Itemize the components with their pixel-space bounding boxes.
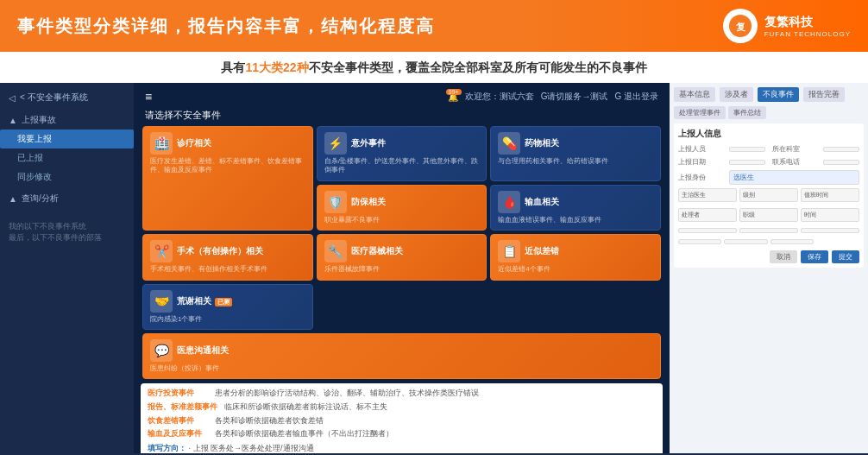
card-device-icon: 🔧 <box>324 240 347 262</box>
sidebar-item-report-new[interactable]: 我要上报 <box>0 130 134 149</box>
tab-event[interactable]: 不良事件 <box>758 87 799 102</box>
tab-basic[interactable]: 基本信息 <box>674 87 715 102</box>
mini-field-2[interactable]: 级别 <box>739 188 798 202</box>
bottom-section: 医疗投资事件 患者分析的影响诊疗活动结构、诊治、翻译、辅助治疗、技术操作类医疗错… <box>141 383 663 453</box>
bottom-label-1: 医疗投资事件 <box>148 388 208 399</box>
card-crisis-header: 🤝 荒谢相关已测 <box>150 290 305 313</box>
logo-area: 复 复繁科技 FUFAN TECHNOLOGY <box>723 9 851 43</box>
form-multi-row1: 主治医生 级别 值班时间 <box>678 188 859 202</box>
bell-badge: 99+ <box>446 89 462 95</box>
bottom-value-3: 各类和诊断依据确差者饮食差错 <box>215 415 324 427</box>
card-similar[interactable]: 📋 近似差错 近似差错4个事件 <box>490 234 661 280</box>
mini-field-11[interactable] <box>724 239 767 244</box>
sidebar-section-report: ▲上报事故 我要上报 已上报 同步修改 <box>0 111 134 186</box>
card-medicine-icon: 💊 <box>498 132 520 155</box>
card-crisis[interactable]: 🤝 荒谢相关已测 院内感染1个事件 <box>142 284 313 330</box>
card-device-header: 🔧 医疗器械相关 <box>324 240 480 262</box>
field-dept[interactable] <box>823 147 859 152</box>
card-blood[interactable]: 🩸 输血相关 输血血液错误事件、输血反应事件 <box>490 185 661 231</box>
label-dept: 所在科室 <box>772 144 820 154</box>
field-reporter[interactable] <box>729 147 765 152</box>
mini-field-7[interactable] <box>678 228 737 233</box>
field-phone[interactable] <box>823 160 859 165</box>
card-medicine[interactable]: 💊 药物相关 与合理用药相关事件、给药错误事件 <box>490 126 661 181</box>
sidebar-back[interactable]: ◁ < 不安全事件系统 <box>0 87 134 108</box>
bottom-item-2: 报告、标准差额事件 临床和所诊断依据确差者前标注说话、标不主失 <box>148 401 656 413</box>
card-diagnosis[interactable]: 🏥 诊疗相关 医疗发生差错、差错、标不差错事件、饮食差错事件、输血及反应事件 <box>142 126 313 231</box>
section2-label: 查询/分析 <box>22 193 59 205</box>
card-device-title: 医疗器械相关 <box>351 245 403 257</box>
card-accident-title: 意外事件 <box>351 137 386 149</box>
btn-cancel[interactable]: 取消 <box>770 250 797 263</box>
menu-icon[interactable]: ≡ <box>145 90 152 104</box>
form-row-multi4 <box>678 239 859 247</box>
form-multi-row2: 处理者 职级 时间 <box>678 208 859 222</box>
card-communication-desc: 医患纠纷（投诉）事件 <box>150 364 653 373</box>
tab-involved[interactable]: 涉及者 <box>720 87 753 102</box>
card-communication-icon: 💬 <box>150 339 173 362</box>
mini-field-4[interactable]: 处理者 <box>678 208 737 222</box>
sidebar-item-reported[interactable]: 已上报 <box>0 149 134 167</box>
logo-text-block: 复繁科技 FUFAN TECHNOLOGY <box>764 15 851 38</box>
form-actions: 取消 保存 提交 <box>678 250 859 263</box>
right-tabs: 基本信息 涉及者 不良事件 报告完善 <box>674 87 864 102</box>
card-accident[interactable]: ⚡ 意外事件 自杀/坠楼事件、护送意外事件、其他意外事件、跌倒事件 <box>317 126 487 181</box>
card-communication[interactable]: 💬 医患沟通相关 医患纠纷（投诉）事件 <box>142 333 661 379</box>
card-device[interactable]: 🔧 医疗器械相关 乐件器械故障事件 <box>317 234 487 280</box>
card-communication-title: 医患沟通相关 <box>177 344 229 357</box>
mini-field-8[interactable] <box>739 228 798 233</box>
bottom-label-4: 输血及反应事件 <box>148 428 208 439</box>
subtitle-text: 具有11大类22种不安全事件类型，覆盖全院全部科室及所有可能发生的不良事件 <box>221 60 646 74</box>
card-insurance[interactable]: 🛡️ 防保相关 职业暴露不良事件 <box>317 185 487 231</box>
tab-management[interactable]: 处理管理事件 <box>674 106 726 119</box>
bell-icon[interactable]: 🔔 99+ <box>448 92 458 102</box>
mini-field-1[interactable]: 主治医生 <box>678 188 737 202</box>
sidebar-back-label: < 不安全事件系统 <box>20 92 88 104</box>
sidebar-item-sync[interactable]: 同步修改 <box>0 167 134 186</box>
card-accident-desc: 自杀/坠楼事件、护送意外事件、其他意外事件、跌倒事件 <box>324 157 480 175</box>
sidebar-footer-text2: 最后，以下不良事件的部落 <box>9 232 125 243</box>
bottom-item-1: 医疗投资事件 患者分析的影响诊疗活动结构、诊治、翻译、辅助治疗、技术操作类医疗错… <box>148 388 656 399</box>
card-crisis-desc: 院内感染1个事件 <box>150 315 305 324</box>
form-multi-row4 <box>678 239 859 244</box>
card-medicine-desc: 与合理用药相关事件、给药错误事件 <box>498 157 653 166</box>
nav-links: 🔔 99+ 欢迎您：测试六套 G请切服务→测试 G 退出登录 <box>448 91 658 103</box>
form-section: 上报人信息 上报人员 所在科室 上报日期 联系电话 上报身份 选医生 主治医生 <box>674 123 864 268</box>
nav-service[interactable]: G请切服务→测试 <box>541 91 608 103</box>
mini-field-5[interactable]: 职级 <box>739 208 798 222</box>
card-crisis-title: 荒谢相关已测 <box>177 295 232 307</box>
nav-welcome: 欢迎您：测试六套 <box>465 91 534 103</box>
label-identity: 上报身份 <box>678 173 726 182</box>
form-title: 上报人信息 <box>678 128 859 140</box>
section1-label: 上报事故 <box>22 114 56 126</box>
card-surgery-icon: ✂️ <box>150 240 173 262</box>
card-surgery-desc: 手术相关事件、有创操作相关手术事件 <box>150 265 305 274</box>
sidebar-footer: 我的以下不良事件系统 最后，以下不良事件的部落 <box>0 217 134 247</box>
mini-field-9[interactable] <box>801 228 859 233</box>
mini-field-6[interactable]: 时间 <box>801 208 859 222</box>
card-insurance-title: 防保相关 <box>351 196 386 208</box>
field-date[interactable] <box>729 160 765 165</box>
nav-logout[interactable]: G 退出登录 <box>614 91 658 103</box>
mini-field-12[interactable] <box>771 239 814 244</box>
sidebar: ◁ < 不安全事件系统 ▲上报事故 我要上报 已上报 同步修改 ▲查询/分析 我… <box>0 83 134 453</box>
card-surgery[interactable]: ✂️ 手术（有创操作）相关 手术相关事件、有创操作相关手术事件 <box>142 234 313 280</box>
btn-save[interactable]: 保存 <box>801 250 828 263</box>
form-row-multi2: 处理者 职级 时间 <box>678 208 859 224</box>
card-diagnosis-title: 诊疗相关 <box>177 137 211 149</box>
field-identity[interactable]: 选医生 <box>729 170 859 185</box>
card-device-desc: 乐件器械故障事件 <box>324 265 480 274</box>
highlight-count: 11大类22种 <box>245 60 308 74</box>
label-date: 上报日期 <box>678 157 726 167</box>
mini-field-10[interactable] <box>678 239 721 244</box>
tab-summary[interactable]: 事件总结 <box>728 106 766 119</box>
center-panel: ≡ 🔔 99+ 欢迎您：测试六套 G请切服务→测试 G 退出登录 请选择不安全事… <box>134 83 670 453</box>
card-insurance-header: 🛡️ 防保相关 <box>324 191 480 213</box>
mini-field-3[interactable]: 值班时间 <box>801 188 859 202</box>
btn-submit[interactable]: 提交 <box>832 250 859 263</box>
card-medicine-header: 💊 药物相关 <box>498 132 653 155</box>
card-similar-title: 近似差错 <box>525 245 559 257</box>
svg-text:复: 复 <box>735 22 745 32</box>
tab-report[interactable]: 报告完善 <box>803 87 845 102</box>
card-accident-icon: ⚡ <box>324 132 347 155</box>
